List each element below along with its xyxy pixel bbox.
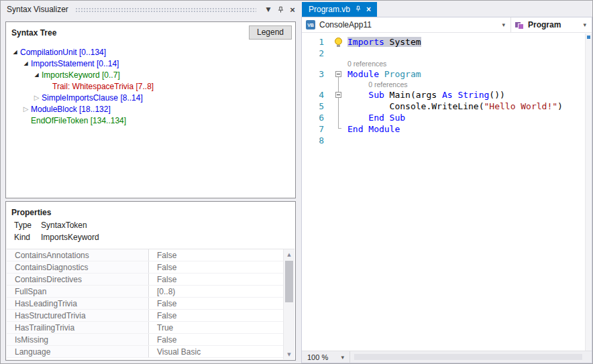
tree-item[interactable]: Trail: WhitespaceTrivia [7..8] — [6, 80, 295, 92]
code-line[interactable]: 5 Console.WriteLine("Hello World!") — [302, 101, 592, 112]
project-dropdown[interactable]: VB ConsoleApp11 ▾ — [302, 17, 511, 32]
type-label: Type — [14, 221, 41, 230]
expand-arrow-icon[interactable]: ▷ — [32, 94, 42, 101]
property-value: [0..8) — [149, 286, 283, 297]
chevron-down-icon[interactable]: ▾ — [499, 21, 508, 28]
codelens-row: 0 references — [302, 80, 592, 89]
property-name: IsMissing — [7, 334, 149, 345]
code-line[interactable]: 7End Module — [302, 123, 592, 135]
property-row[interactable]: FullSpan[0..8) — [7, 286, 283, 298]
module-icon — [515, 21, 524, 29]
toolwindow-titlebar[interactable]: Syntax Visualizer ▼ × — [1, 1, 301, 16]
tab-pin-icon[interactable] — [355, 5, 362, 14]
scroll-down-icon[interactable]: ▼ — [284, 349, 294, 359]
tab-program-vb[interactable]: Program.vb × — [302, 2, 377, 17]
property-value: Visual Basic — [149, 346, 283, 357]
collapse-toggle-icon[interactable] — [335, 71, 341, 77]
code-line[interactable]: 2 — [302, 48, 592, 59]
code-line[interactable]: 4 Sub Main(args As String()) — [302, 89, 592, 101]
property-name: ContainsDiagnostics — [7, 261, 149, 273]
line-number: 6 — [302, 112, 329, 123]
codelens-references[interactable]: 0 references — [347, 80, 408, 89]
line-number: 7 — [302, 123, 329, 135]
code-line[interactable]: 6 End Sub — [302, 112, 592, 123]
scrollbar-thumb[interactable] — [354, 354, 582, 360]
collapse-toggle-icon[interactable] — [335, 92, 341, 98]
scrollbar-thumb[interactable] — [285, 261, 293, 302]
chevron-down-icon[interactable]: ▾ — [580, 21, 589, 28]
property-name: Language — [7, 346, 149, 357]
property-row[interactable]: IsMissingFalse — [7, 334, 283, 346]
code-content: End Sub — [347, 112, 405, 123]
zoom-dropdown[interactable]: 100 % ▾ — [302, 351, 350, 363]
drag-grip[interactable] — [75, 7, 256, 13]
tree-item[interactable]: ▷ModuleBlock [18..132] — [6, 103, 295, 115]
code-line[interactable]: 1Imports System — [302, 36, 592, 48]
line-number: 1 — [302, 36, 329, 48]
tree-item-label: SimpleImportsClause [8..14] — [42, 93, 143, 103]
property-row[interactable]: HasStructuredTriviaFalse — [7, 310, 283, 322]
properties-title: Properties — [6, 202, 295, 219]
codelens-row: 0 references — [302, 59, 592, 68]
scroll-up-icon[interactable]: ▲ — [284, 249, 294, 259]
code-content: Sub Main(args As String()) — [347, 89, 505, 101]
code-line[interactable]: 8 — [302, 135, 592, 146]
line-number: 8 — [302, 135, 329, 146]
property-kind-row: Kind ImportsKeyword — [6, 231, 295, 243]
property-row[interactable]: ContainsDirectivesFalse — [7, 274, 283, 286]
type-dropdown[interactable]: Program ▾ — [511, 17, 592, 32]
tree-item[interactable]: ▷SimpleImportsClause [8..14] — [6, 92, 295, 103]
property-value: False — [149, 274, 283, 285]
visual-studio-window: Syntax Visualizer ▼ × Syntax Tree Legend… — [0, 0, 593, 364]
code-line[interactable]: 3Module Program — [302, 68, 592, 80]
close-icon[interactable]: × — [287, 4, 298, 15]
collapse-arrow-icon[interactable]: ◢ — [10, 49, 20, 55]
window-position-chevron-icon[interactable]: ▼ — [263, 4, 274, 15]
collapse-arrow-icon[interactable]: ◢ — [21, 60, 31, 66]
property-name: ContainsDirectives — [7, 274, 149, 285]
line-number: 3 — [302, 68, 329, 80]
property-name: ContainsAnnotations — [7, 249, 149, 261]
tab-title: Program.vb — [309, 5, 350, 14]
code-editor[interactable]: 1Imports System20 references3Module Prog… — [302, 34, 592, 351]
property-row[interactable]: HasTrailingTriviaTrue — [7, 322, 283, 334]
property-row[interactable]: LanguageVisual Basic — [7, 346, 283, 358]
tree-item[interactable]: ◢ImportsKeyword [0..7] — [6, 69, 295, 80]
syntax-tree: ◢CompilationUnit [0..134]◢ImportsStateme… — [6, 41, 295, 126]
property-name: HasStructuredTrivia — [7, 310, 149, 321]
property-name: HasLeadingTrivia — [7, 298, 149, 309]
property-value: False — [149, 298, 283, 309]
tab-close-icon[interactable]: × — [366, 5, 371, 13]
expand-arrow-icon[interactable]: ▷ — [21, 105, 31, 113]
tree-item-label: Trail: WhitespaceTrivia [7..8] — [52, 82, 154, 91]
properties-section: Properties Type SyntaxToken Kind Imports… — [5, 201, 296, 361]
codelens-references[interactable]: 0 references — [347, 59, 386, 68]
properties-scrollbar[interactable]: ▲ ▼ — [283, 249, 294, 359]
tree-item[interactable]: ◢ImportsStatement [0..14] — [6, 58, 295, 69]
chevron-down-icon[interactable]: ▾ — [338, 354, 347, 361]
kind-label: Kind — [14, 233, 41, 242]
tree-item-label: ModuleBlock [18..132] — [31, 105, 111, 114]
editor-horizontal-scrollbar[interactable] — [350, 351, 592, 363]
scrollbar-caret-mark — [587, 36, 590, 39]
property-row[interactable]: HasLeadingTriviaFalse — [7, 298, 283, 310]
line-number: 2 — [302, 48, 329, 59]
property-row[interactable]: ContainsAnnotationsFalse — [7, 249, 283, 261]
syntax-visualizer-panel: Syntax Visualizer ▼ × Syntax Tree Legend… — [1, 1, 301, 363]
code-content: End Module — [347, 123, 400, 135]
tree-item[interactable]: EndOfFileToken [134..134] — [6, 115, 295, 126]
code-lines: 1Imports System20 references3Module Prog… — [302, 34, 592, 146]
type-dropdown-label: Program — [528, 20, 580, 29]
tree-item[interactable]: ◢CompilationUnit [0..134] — [6, 46, 295, 58]
collapse-arrow-icon[interactable]: ◢ — [32, 72, 42, 78]
type-value: SyntaxToken — [41, 221, 87, 230]
code-content: Imports System — [347, 36, 421, 48]
zoom-level: 100 % — [307, 353, 328, 361]
line-number: 4 — [302, 89, 329, 101]
lightbulb-icon[interactable] — [335, 38, 342, 45]
pin-icon[interactable] — [275, 4, 286, 15]
legend-button[interactable]: Legend — [249, 25, 292, 40]
property-row[interactable]: ContainsDiagnosticsFalse — [7, 261, 283, 274]
editor-vertical-scrollbar[interactable] — [585, 34, 592, 351]
syntax-tree-section: Syntax Tree Legend ◢CompilationUnit [0..… — [5, 21, 296, 198]
